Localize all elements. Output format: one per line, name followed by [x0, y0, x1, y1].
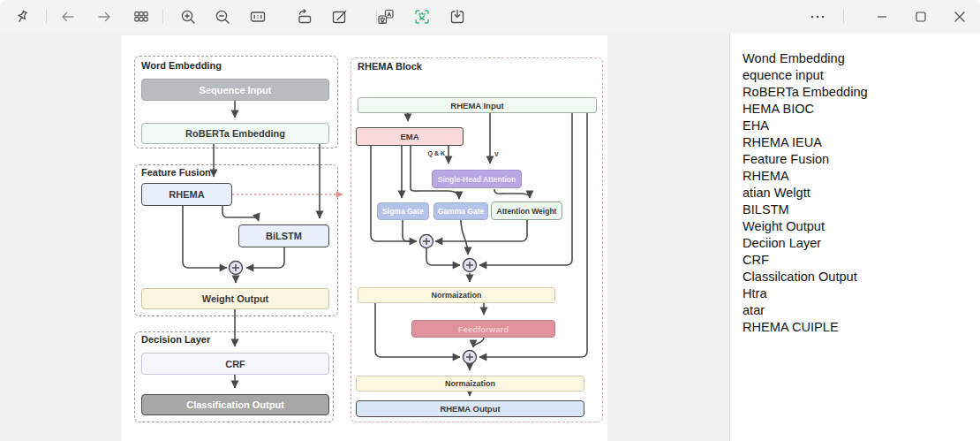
close-icon — [951, 8, 969, 26]
attention-weight-box: Attention Weight — [491, 201, 562, 220]
single-head-attention-box: Single-Head Attention — [432, 170, 522, 188]
forward-button[interactable] — [90, 3, 118, 31]
pin-icon — [13, 8, 31, 26]
classification-output-box: Classification Output — [141, 394, 329, 415]
actual-size-icon — [249, 8, 267, 26]
word-embedding-title: Word Embedding — [141, 60, 222, 71]
gallery-grid-icon — [132, 8, 150, 26]
qk-edge-label: Q & K — [413, 150, 445, 156]
ocr-text-line: Weight Output — [743, 218, 980, 235]
rotate-button[interactable] — [290, 3, 319, 31]
gamma-gate-box: Gamma Gate — [433, 202, 488, 220]
normalization-box-2: Normaization — [356, 376, 584, 392]
ocr-text-line: atar — [743, 302, 980, 319]
feature-fusion-title: Feature Fusion — [141, 167, 211, 178]
ocr-text-line: BILSTM — [743, 201, 980, 218]
toolbar-divider — [46, 10, 47, 24]
extracted-text-panel: Wond Embedding equence input RoBERTa Emb… — [729, 34, 980, 441]
extract-text-button[interactable] — [408, 3, 436, 31]
ocr-text-line: Deciion Layer — [743, 235, 980, 252]
minimize-button[interactable] — [863, 0, 901, 34]
translate-icon — [377, 8, 395, 26]
zoom-out-button[interactable] — [208, 3, 237, 31]
rhema-block-title: RHEMA Block — [358, 61, 422, 72]
minimize-icon — [873, 8, 891, 26]
maximize-icon — [912, 8, 930, 26]
more-options-icon — [809, 8, 826, 26]
back-arrow-icon — [59, 8, 77, 26]
title-bar — [0, 0, 980, 34]
ocr-text-line: Htra — [743, 285, 980, 302]
save-button[interactable] — [443, 3, 471, 31]
crf-box: CRF — [141, 353, 329, 375]
ocr-text-line: RoBERTa Embedding — [743, 84, 980, 101]
more-options-button[interactable] — [798, 0, 837, 34]
ocr-text-line: equence input — [743, 67, 980, 84]
roberta-embedding-box: RoBERTa Embedding — [141, 123, 329, 144]
back-button[interactable] — [54, 3, 82, 31]
ocr-text-line: Classilcation Output — [743, 269, 980, 285]
ocr-text-line: atian Welgtt — [743, 185, 980, 201]
save-icon — [449, 8, 466, 26]
ocr-text-line: Feature Fusion — [743, 151, 980, 168]
ocr-text-line: EHA — [743, 118, 980, 134]
toolbar-divider — [162, 10, 163, 24]
ocr-text-line: CRF — [743, 252, 980, 269]
close-button[interactable] — [940, 0, 979, 34]
maximize-button[interactable] — [901, 0, 940, 34]
rhema-input-box: RHEMA Input — [358, 97, 597, 113]
normalization-box-1: Normaization — [358, 287, 555, 303]
ocr-text-line: RHEMA — [743, 168, 980, 185]
ocr-text-line: RHEMA CUIPLE — [743, 319, 980, 336]
toolbar-divider — [843, 10, 844, 24]
zoom-out-icon — [214, 8, 231, 26]
actual-size-button[interactable] — [244, 3, 272, 31]
sigma-gate-box: Sigma Gate — [377, 202, 429, 220]
edit-icon — [330, 8, 348, 26]
zoom-in-icon — [179, 8, 197, 26]
pin-button[interactable] — [8, 3, 36, 31]
v-edge-label: V — [494, 151, 499, 157]
sequence-input-box: Sequence Input — [141, 79, 329, 101]
forward-arrow-icon — [95, 8, 113, 26]
ocr-text-line: RHEMA IEUA — [743, 134, 980, 151]
translate-button[interactable] — [372, 3, 400, 31]
decision-layer-title: Decision Layer — [141, 334, 210, 345]
rhema-output-box: RHEMA Output — [356, 400, 584, 417]
photo-viewer-window: Word Embedding Feature Fusion Decision L… — [0, 0, 980, 441]
feedforward-box: Feedforward — [411, 320, 555, 338]
extract-text-icon — [413, 8, 431, 26]
rotate-icon — [296, 8, 313, 26]
zoom-in-button[interactable] — [174, 3, 202, 31]
bilstm-box: BiLSTM — [238, 224, 329, 247]
rhema-box: RHEMA — [141, 183, 232, 206]
ema-box: EMA — [356, 127, 464, 146]
edit-button[interactable] — [325, 3, 353, 31]
ocr-text-line: HEMA BIOC — [743, 101, 980, 118]
weight-output-box: Weight Output — [141, 288, 329, 309]
gallery-button[interactable] — [127, 3, 155, 31]
ocr-text-line: Wond Embedding — [743, 50, 980, 67]
